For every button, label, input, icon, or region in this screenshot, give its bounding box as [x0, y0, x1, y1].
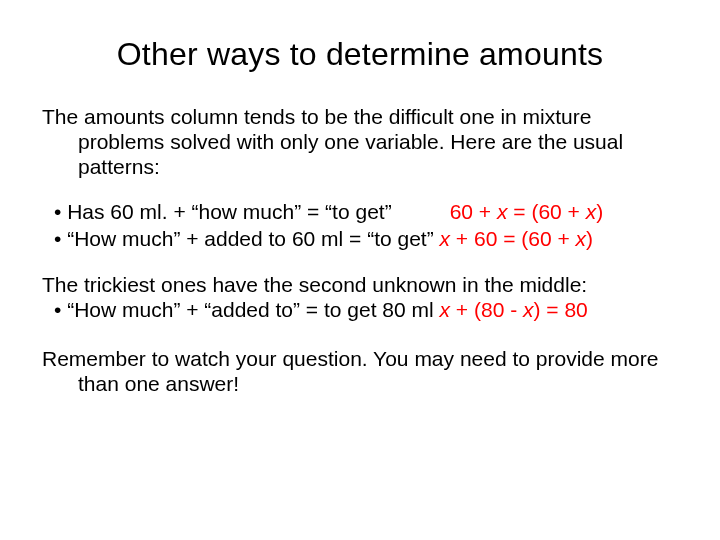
- tricky-list: “How much” + “added to” = to get 80 ml x…: [42, 297, 678, 323]
- intro-paragraph: The amounts column tends to be the diffi…: [42, 105, 678, 179]
- tricky-block: The trickiest ones have the second unkno…: [42, 272, 678, 323]
- reminder-paragraph: Remember to watch your question. You may…: [42, 347, 678, 397]
- slide: Other ways to determine amounts The amou…: [0, 0, 720, 540]
- equation: x + (80 - x) = 80: [440, 298, 588, 321]
- bullet-text: Has 60 ml. + “how much” = “to get”: [67, 200, 391, 223]
- list-item: Has 60 ml. + “how much” = “to get”60 + x…: [42, 199, 678, 225]
- bullet-text: “How much” + added to 60 ml = “to get”: [67, 227, 439, 250]
- tricky-lead: The trickiest ones have the second unkno…: [42, 272, 678, 298]
- pattern-list: Has 60 ml. + “how much” = “to get”60 + x…: [42, 199, 678, 252]
- list-item: “How much” + added to 60 ml = “to get” x…: [42, 226, 678, 252]
- bullet-text: “How much” + “added to” = to get 80 ml: [67, 298, 439, 321]
- list-item: “How much” + “added to” = to get 80 ml x…: [42, 297, 678, 323]
- equation: 60 + x = (60 + x): [450, 200, 604, 223]
- slide-title: Other ways to determine amounts: [42, 36, 678, 73]
- equation: x + 60 = (60 + x): [440, 227, 594, 250]
